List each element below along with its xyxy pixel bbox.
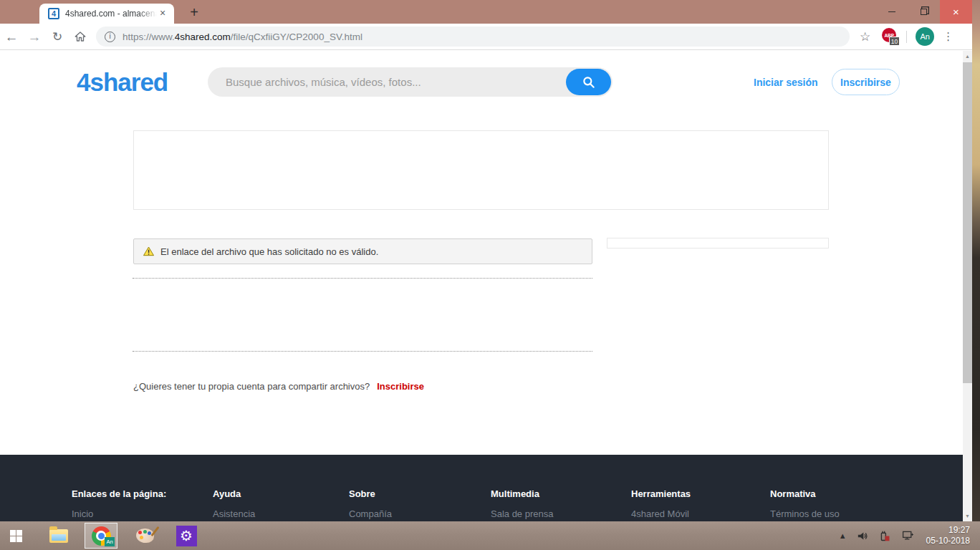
folder-icon [49,529,68,543]
signup-button[interactable]: Inscribirse [832,69,900,95]
side-ad-placeholder [607,238,829,249]
chrome-profile-badge: An [105,537,115,546]
footer-heading: Sobre [349,488,392,499]
site-favicon-icon: 4 [48,8,59,19]
url-domain: 4shared.com [175,32,231,42]
footer-column-media: Multimedia Sala de prensa [491,488,553,519]
start-button[interactable] [0,521,32,550]
warning-icon [143,246,155,257]
footer-link[interactable]: Asistencia [213,508,255,519]
browser-window: 4 4shared.com - almacenamiento y × + × ←… [0,0,972,521]
system-tray: ▲ 19:27 05-10-2018 [834,521,980,550]
volume-icon[interactable] [857,531,869,541]
ad-placeholder [133,130,829,210]
browser-tab[interactable]: 4 4shared.com - almacenamiento y × [39,4,174,24]
footer-heading: Multimedia [491,488,553,499]
site-logo[interactable]: 4shared [77,68,168,97]
scroll-up-icon[interactable]: ▲ [963,51,972,62]
profile-avatar[interactable]: An [916,27,934,46]
footer-link[interactable]: Términos de uso [770,508,840,519]
footer-link[interactable]: Compañía [349,508,392,519]
footer-link[interactable]: 4shared Móvil [631,508,691,519]
logo-numeral: 4 [77,68,90,96]
logo-word: shared [90,68,168,96]
error-message-text: El enlace del archivo que has solicitado… [160,246,378,257]
extension-badge: 10 [889,37,900,46]
clock-date: 05-10-2018 [926,536,970,546]
footer-column-tools: Herramientas 4shared Móvil [631,488,691,519]
windows-taskbar: An ⚙ ▲ 19:27 05-10-2018 [0,521,980,550]
desktop: 4 4shared.com - almacenamiento y × + × ←… [0,0,980,550]
desktop-wallpaper [972,0,980,550]
paint-button[interactable] [129,521,160,550]
search-input[interactable] [226,67,555,97]
settings-button[interactable]: ⚙ [170,521,202,550]
url-scheme: https://www. [123,32,175,42]
dotted-divider [133,278,592,279]
gear-icon: ⚙ [176,526,197,546]
bookmark-star-icon[interactable]: ☆ [860,29,870,44]
url-path: /file/qCxfiiGY/CP2000_SV.html [231,32,362,42]
toolbar-divider [906,31,907,43]
adblock-extension-button[interactable]: ABP 10 [882,28,898,45]
tab-close-icon[interactable]: × [157,8,168,19]
paint-palette-icon [136,529,154,543]
address-bar[interactable]: i https://www.4shared.com/file/qCxfiiGY/… [96,26,850,47]
search-button[interactable] [566,69,611,95]
scroll-down-icon[interactable]: ▼ [963,511,972,521]
footer-heading: Enlaces de la página: [72,488,166,499]
close-window-button[interactable]: × [940,0,972,24]
tab-title: 4shared.com - almacenamiento y [65,9,157,19]
restore-button[interactable] [908,0,940,24]
footer-column-links: Enlaces de la página: Inicio [72,488,166,519]
tray-expand-icon[interactable]: ▲ [839,531,847,540]
footer-heading: Herramientas [631,488,691,499]
dotted-divider [133,351,592,352]
windows-logo-icon [10,530,22,542]
footer-heading: Normativa [770,488,840,499]
browser-toolbar: ← → ↻ i https://www.4shared.com/file/qCx… [0,24,972,50]
url-text[interactable]: https://www.4shared.com/file/qCxfiiGY/CP… [123,32,362,42]
file-explorer-button[interactable] [43,521,75,550]
chrome-taskbar-button[interactable]: An [85,523,117,549]
login-link[interactable]: Iniciar sesión [754,77,817,88]
search-icon [582,75,596,90]
page-scrollbar[interactable]: ▲ ▼ [963,51,972,521]
signup-cta: ¿Quieres tener tu propia cuenta para com… [133,381,424,392]
window-controls: × [875,0,972,24]
power-plug-icon[interactable] [879,530,891,542]
scrollbar-thumb[interactable] [963,62,972,383]
footer-column-legal: Normativa Términos de uso [770,488,840,519]
tab-strip: 4 4shared.com - almacenamiento y × + × [0,0,972,24]
taskbar-clock[interactable]: 19:27 05-10-2018 [926,525,970,546]
cta-signup-link[interactable]: Inscribirse [377,381,424,392]
new-tab-button[interactable]: + [185,4,203,21]
refresh-icon[interactable]: ↻ [46,31,69,43]
back-icon[interactable]: ← [0,30,23,44]
clock-time: 19:27 [926,525,970,536]
footer-link[interactable]: Sala de prensa [491,508,553,519]
forward-icon[interactable]: → [23,30,46,44]
cta-question: ¿Quieres tener tu propia cuenta para com… [133,381,370,392]
browser-menu-icon[interactable]: ⋮ [943,30,953,43]
home-icon[interactable] [69,30,92,43]
error-message-box: El enlace del archivo que has solicitado… [133,238,592,264]
network-icon[interactable] [901,530,914,541]
site-footer: Enlaces de la página: Inicio Ayuda Asist… [0,455,963,521]
footer-column-about: Sobre Compañía [349,488,392,519]
page-info-icon[interactable]: i [105,32,115,42]
search-bar [208,67,612,97]
footer-link[interactable]: Inicio [72,508,166,519]
footer-column-help: Ayuda Asistencia [213,488,255,519]
page-content: 4shared Iniciar sesión Inscribirse El en… [0,51,963,455]
minimize-button[interactable] [875,0,908,24]
footer-heading: Ayuda [213,488,255,499]
